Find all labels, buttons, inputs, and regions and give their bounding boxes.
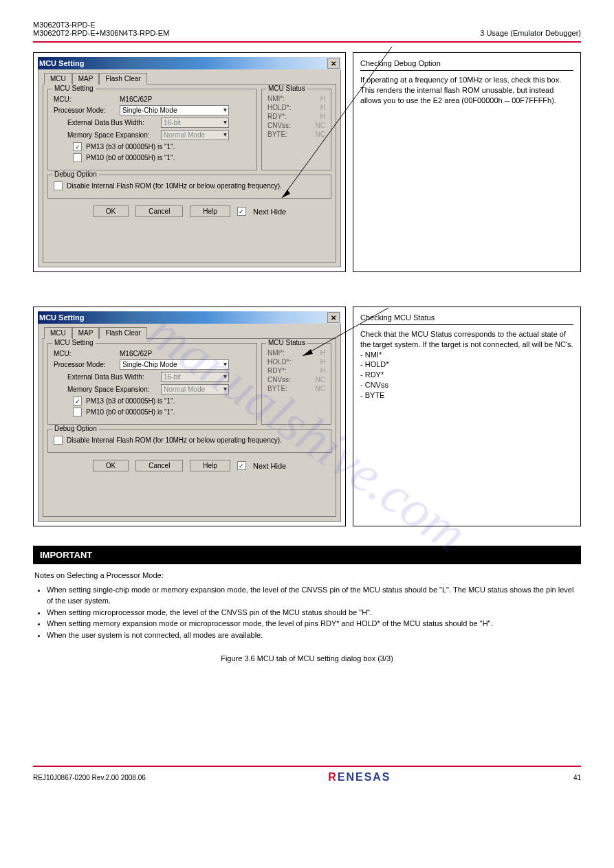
- status-cnvss-value: NC: [316, 122, 325, 129]
- group-mcu-setting: MCU Setting MCU: M16C/62P Processor Mode…: [47, 89, 257, 170]
- close-icon-2[interactable]: ✕: [327, 312, 340, 323]
- product-line1: M30620T3-RPD-E: [33, 21, 480, 29]
- mem-exp-select-2: Normal Mode: [161, 384, 229, 394]
- important-bullet: When setting microprocessor mode, the le…: [47, 607, 580, 619]
- dialog-title-2: MCU Setting: [39, 313, 84, 322]
- mcu-dialog-screenshot-1: MCU Setting ✕ MCU MAP Flash Clear MCU Se…: [33, 52, 346, 272]
- status-cnvss-label: CNVss:: [267, 122, 291, 129]
- figure-row-1: MCU Setting ✕ MCU MAP Flash Clear MCU Se…: [0, 43, 614, 272]
- group-debug-option-2: Debug Option Disable Internal Flash ROM …: [47, 429, 331, 453]
- processor-mode-label: Processor Mode:: [54, 107, 116, 114]
- important-heading: Notes on Selecting a Processor Mode:: [34, 570, 580, 581]
- mem-exp-label: Memory Space Expansion:: [67, 131, 157, 139]
- dialog-title: MCU Setting: [39, 59, 84, 67]
- pm13-checkbox-2[interactable]: ✓: [73, 397, 82, 405]
- status-rdy-value: H: [320, 113, 325, 120]
- disable-flash-label: Disable Internal Flash ROM (for 10MHz or…: [67, 182, 282, 190]
- tab-mcu[interactable]: MCU: [44, 73, 72, 85]
- footer-rev: REJ10J0867-0200 Rev.2.00 2008.06: [33, 774, 146, 781]
- tab-map[interactable]: MAP: [72, 73, 100, 85]
- group-mcu-status: MCU Status NMI*:H HOLD*:H RDY*:H CNVss:N…: [261, 89, 331, 170]
- status-rdy-label: RDY*:: [267, 113, 287, 120]
- product-line2: M30620T2-RPD-E+M306N4T3-RPD-EM: [33, 29, 480, 37]
- ok-button-2[interactable]: OK: [93, 460, 129, 471]
- status-hold-value: H: [320, 104, 325, 111]
- dialog-titlebar: MCU Setting ✕: [38, 57, 341, 69]
- status-nmi-label: NMI*:: [267, 95, 285, 102]
- tab-strip-2: MCU MAP Flash Clear: [44, 326, 336, 338]
- processor-mode-select-2[interactable]: Single-Chip Mode: [120, 359, 229, 370]
- side-title-a: Checking Debug Option: [360, 58, 573, 71]
- help-button-2[interactable]: Help: [190, 460, 230, 471]
- group-title-mcu-setting: MCU Setting: [52, 85, 96, 92]
- group-title-debug-option: Debug Option: [52, 170, 99, 178]
- status-hold-label: HOLD*:: [267, 104, 291, 111]
- pm13-label: PM13 (b3 of 000005H) is "1".: [86, 143, 175, 151]
- next-hide-checkbox-2[interactable]: ✓: [237, 461, 246, 470]
- page-footer: REJ10J0867-0200 Rev.2.00 2008.06 RENESAS…: [0, 766, 614, 786]
- ok-button[interactable]: OK: [93, 205, 129, 217]
- help-button[interactable]: Help: [190, 205, 230, 217]
- status-byte-label: BYTE:: [267, 131, 287, 138]
- processor-mode-select[interactable]: Single-Chip Mode: [120, 105, 229, 115]
- dialog-titlebar-2: MCU Setting ✕: [38, 311, 341, 324]
- ext-bus-select-2: 16-bit: [161, 372, 229, 382]
- group-title-mcu-status: MCU Status: [266, 85, 307, 92]
- side-box-mcu-status: Checking MCU Status Check that the MCU S…: [353, 307, 581, 526]
- page-header: M30620T3-RPD-E M30620T2-RPD-E+M306N4T3-R…: [0, 0, 614, 41]
- pm10-checkbox-2[interactable]: [73, 408, 82, 416]
- important-bullet: When setting single-chip mode or memory …: [47, 584, 580, 607]
- important-bullet: When setting memory expansion mode or mi…: [47, 618, 580, 630]
- ext-bus-label: External Data Bus Width:: [67, 119, 157, 126]
- mcu-label: MCU:: [54, 96, 116, 103]
- tab-map-2[interactable]: MAP: [72, 327, 100, 339]
- next-hide-checkbox[interactable]: ✓: [237, 207, 246, 216]
- status-byte-value: NC: [316, 131, 325, 138]
- ext-bus-select: 16-bit: [161, 118, 229, 128]
- renesas-logo: RENESAS: [328, 771, 391, 783]
- group-debug-option: Debug Option Disable Internal Flash ROM …: [47, 175, 331, 199]
- mcu-dialog-screenshot-2: MCU Setting ✕ MCU MAP Flash Clear MCU Se…: [33, 307, 346, 526]
- mcu-value: M16C/62P: [120, 96, 152, 103]
- status-nmi-value: H: [320, 95, 325, 102]
- important-block: IMPORTANT Notes on Selecting a Processor…: [33, 546, 581, 641]
- figure-row-2: MCU Setting ✕ MCU MAP Flash Clear MCU Se…: [0, 297, 614, 526]
- figure-caption: Figure 3.6 MCU tab of MCU setting dialog…: [0, 654, 614, 663]
- tab-mcu-2[interactable]: MCU: [44, 327, 72, 339]
- pm13-checkbox[interactable]: ✓: [73, 142, 82, 151]
- important-bullet: When the user system is not connected, a…: [47, 630, 580, 641]
- side-body-a: If operating at a frequency of 10MHz or …: [360, 75, 573, 106]
- tab-flash-clear[interactable]: Flash Clear: [99, 73, 146, 85]
- disable-flash-checkbox-2[interactable]: [54, 436, 63, 445]
- pm10-label: PM10 (b0 of 000005H) is "1".: [86, 154, 175, 162]
- pm10-checkbox[interactable]: [73, 153, 82, 162]
- close-icon[interactable]: ✕: [327, 58, 340, 69]
- next-hide-label: Next Hide: [253, 208, 286, 216]
- group-mcu-status-2: MCU Status NMI*:H HOLD*:H RDY*:H CNVss:N…: [261, 343, 331, 425]
- cancel-button[interactable]: Cancel: [135, 205, 183, 217]
- mem-exp-select: Normal Mode: [161, 130, 229, 140]
- side-title-b: Checking MCU Status: [360, 313, 573, 325]
- cancel-button-2[interactable]: Cancel: [135, 460, 183, 471]
- group-mcu-setting-2: MCU Setting MCU:M16C/62P Processor Mode:…: [47, 343, 257, 425]
- footer-page: 41: [573, 774, 581, 781]
- side-body-b: Check that the MCU Status corresponds to…: [360, 329, 573, 401]
- tab-strip: MCU MAP Flash Clear: [44, 72, 336, 84]
- disable-flash-checkbox[interactable]: [54, 181, 63, 190]
- side-box-debug-option: Checking Debug Option If operating at a …: [353, 52, 581, 272]
- chapter-title: 3 Usage (Emulator Debugger): [480, 29, 581, 37]
- important-bar: IMPORTANT: [33, 546, 581, 564]
- tab-flash-clear-2[interactable]: Flash Clear: [99, 327, 146, 339]
